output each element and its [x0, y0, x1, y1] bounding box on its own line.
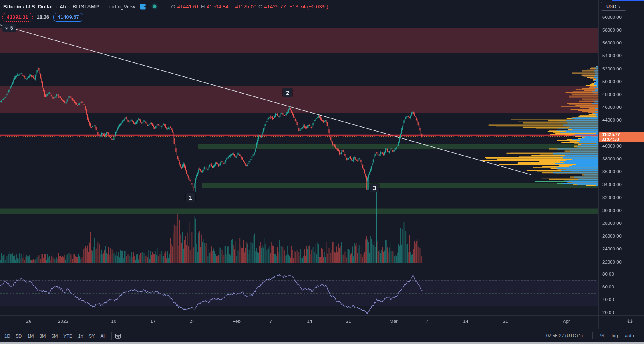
date-range-buttons: 1D5D1M3M6MYTD1Y5YAll: [0, 332, 108, 340]
time-axis-label: Feb: [233, 319, 241, 324]
time-axis-label: 21: [503, 319, 508, 324]
toolbar-divider: [592, 332, 593, 339]
rsi-axis-label: 20.00: [602, 310, 614, 315]
range-button-3m[interactable]: 3M: [36, 332, 48, 340]
alert-row: 41391.31 18.36 41409.67: [2, 13, 83, 22]
open-label: O: [171, 4, 175, 10]
go-to-date-icon[interactable]: [115, 333, 122, 339]
log-scale-button[interactable]: log: [608, 332, 621, 339]
rsi-axis-label: 60.00: [602, 284, 614, 289]
symbol-title[interactable]: Bitcoin / U.S. Dollar: [3, 4, 53, 10]
clock-label[interactable]: 07:55:27 (UTC+1): [546, 333, 583, 338]
time-axis-label: 7: [426, 319, 428, 324]
time-axis-label: 7: [270, 319, 272, 324]
open-value: 41441.61: [177, 4, 199, 10]
low-label: L: [231, 4, 233, 10]
platform-label: TradingView: [105, 4, 135, 10]
price-axis-label: 52000.00: [602, 66, 622, 71]
price-axis-label: 32000.00: [602, 195, 622, 200]
spread-value: 18.36: [37, 14, 49, 20]
time-axis-label: 26: [26, 319, 32, 324]
close-label: C: [258, 4, 262, 10]
rsi-axis-label: 80.00: [602, 272, 614, 276]
toolbar-divider: [111, 332, 112, 340]
rsi-axis-label: 40.00: [602, 297, 614, 302]
price-axis-label: 26000.00: [602, 234, 622, 238]
toolbar-right: 07:55:27 (UTC+1) % log auto: [546, 329, 638, 342]
chart-legend: Bitcoin / U.S. Dollar · 4h · BITSTAMP · …: [3, 3, 328, 10]
time-axis-label: 2022: [58, 319, 68, 324]
indicators-collapse-badge[interactable]: 5: [2, 24, 16, 32]
price-axis-label: 36000.00: [602, 169, 622, 174]
range-button-ytd[interactable]: YTD: [60, 332, 75, 340]
time-axis-label: Mar: [390, 319, 398, 324]
price-axis-label: 34000.00: [602, 182, 622, 187]
range-button-5d[interactable]: 5D: [13, 332, 25, 340]
separator-dot: ·: [101, 4, 103, 10]
bar-countdown: 01:04:33: [602, 137, 644, 142]
chevron-down-icon: ∨: [618, 4, 621, 8]
price-axis-separator: [598, 0, 599, 329]
market-status-icon[interactable]: [151, 3, 158, 10]
price-axis-label: 22000.00: [602, 260, 622, 264]
time-axis-label: 10: [111, 319, 117, 324]
range-button-all[interactable]: All: [98, 332, 109, 340]
tradingview-window: Bitcoin / U.S. Dollar · 4h · BITSTAMP · …: [0, 0, 644, 344]
time-axis[interactable]: 262022101724Feb71421Mar71421Apr: [0, 315, 644, 329]
separator-dot: ·: [68, 4, 70, 10]
price-axis-label: 50000.00: [602, 79, 622, 84]
exchange-label: BITSTAMP: [72, 4, 99, 10]
price-axis-label: 30000.00: [602, 208, 622, 213]
chart-canvas[interactable]: [0, 0, 644, 344]
low-value: 41125.00: [235, 4, 256, 10]
currency-button[interactable]: USD ∨: [601, 2, 626, 11]
price-axis-label: 28000.00: [602, 221, 622, 226]
chevron-down-icon: [5, 26, 8, 30]
price-axis-label: 38000.00: [602, 156, 622, 161]
axis-settings-gear-icon[interactable]: [626, 318, 634, 325]
flag-icon[interactable]: [140, 4, 146, 10]
ohlc-values: O41441.61 H41504.84 L41125.00 C41425.77 …: [171, 4, 328, 10]
time-axis-label: 24: [190, 319, 195, 324]
high-label: H: [201, 4, 205, 10]
current-price-countdown-label[interactable]: 41425.77 01:04:33: [599, 132, 644, 142]
price-axis-label: 46000.00: [602, 105, 622, 110]
interval-label[interactable]: 4h: [60, 4, 66, 10]
range-button-1d[interactable]: 1D: [2, 332, 13, 340]
bottom-edge-strip: [0, 342, 644, 344]
price-axis-label: 40000.00: [602, 144, 622, 148]
range-button-5y[interactable]: 5Y: [86, 332, 97, 340]
alert-price-upper[interactable]: 41409.67: [53, 13, 83, 22]
close-value: 41425.77: [264, 4, 286, 10]
current-price: 41425.77: [602, 132, 644, 137]
wave-label-2[interactable]: 2: [283, 88, 292, 97]
price-axis-label: 44000.00: [602, 118, 622, 122]
price-axis-label: 58000.00: [602, 28, 622, 32]
top-accent-strip: [612, 0, 644, 1]
time-axis-label: 21: [346, 319, 351, 324]
range-button-6m[interactable]: 6M: [48, 332, 60, 340]
time-axis-label: 14: [463, 319, 469, 324]
high-value: 41504.84: [207, 4, 228, 10]
separator-dot: ·: [56, 4, 58, 10]
price-axis-label: 54000.00: [602, 53, 622, 58]
change-value: −13.74 (−0.03%): [290, 4, 328, 10]
range-button-1m[interactable]: 1M: [24, 332, 36, 340]
alert-price-lower[interactable]: 41391.31: [2, 13, 33, 22]
time-axis-label: 17: [151, 319, 156, 324]
currency-label: USD: [606, 4, 616, 9]
auto-scale-button[interactable]: auto: [622, 332, 638, 339]
price-axis-label: 24000.00: [602, 246, 622, 251]
wave-label-1[interactable]: 1: [186, 193, 195, 202]
time-axis-label: Apr: [563, 319, 570, 324]
price-axis-label: 56000.00: [602, 40, 622, 45]
indicator-count: 5: [10, 25, 13, 31]
time-axis-label: 14: [307, 319, 312, 324]
pane-separator-rsi: [0, 264, 598, 264]
wave-label-3[interactable]: 3: [370, 184, 379, 192]
price-axis-label: 60000.00: [602, 15, 622, 20]
price-axis-label: 48000.00: [602, 92, 622, 97]
range-button-1y[interactable]: 1Y: [75, 332, 86, 340]
percent-scale-button[interactable]: %: [597, 332, 608, 339]
